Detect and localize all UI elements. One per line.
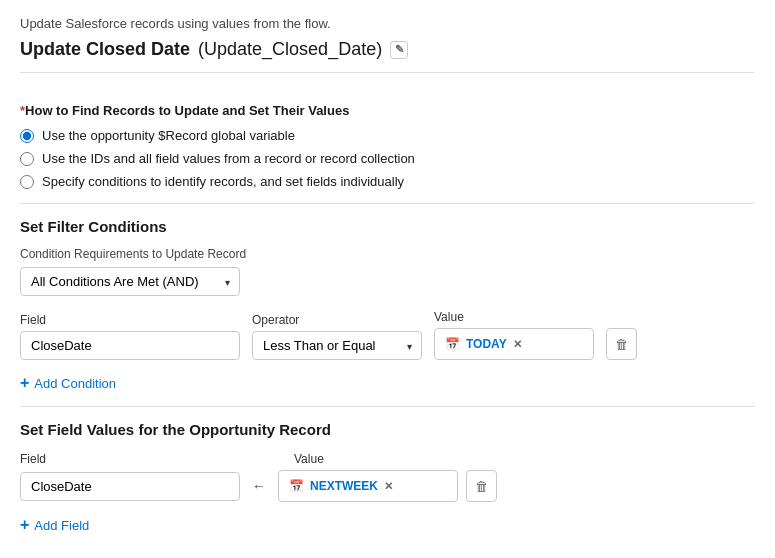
tag-close-icon[interactable]: ✕ xyxy=(513,338,522,351)
set-value-field[interactable]: 📅 NEXTWEEK ✕ xyxy=(278,470,458,502)
operator-label: Operator xyxy=(252,313,422,327)
set-trash-icon: 🗑 xyxy=(475,479,488,494)
delete-condition-button[interactable]: 🗑 xyxy=(606,328,637,360)
condition-row: Field Operator Equals Not Equal To Less … xyxy=(20,310,755,360)
field-input[interactable] xyxy=(20,331,240,360)
radio-option-1[interactable]: Use the opportunity $Record global varia… xyxy=(20,128,755,143)
today-tag: TODAY xyxy=(466,337,507,351)
radio-input-1[interactable] xyxy=(20,129,34,143)
how-to-find-section: *How to Find Records to Update and Set T… xyxy=(20,89,755,204)
plus-icon: + xyxy=(20,374,29,392)
operator-column: Operator Equals Not Equal To Less Than L… xyxy=(252,313,422,360)
radio-group: Use the opportunity $Record global varia… xyxy=(20,128,755,189)
filter-section: Set Filter Conditions Condition Requirem… xyxy=(20,204,755,407)
radio-input-2[interactable] xyxy=(20,152,34,166)
radio-input-3[interactable] xyxy=(20,175,34,189)
radio-option-2[interactable]: Use the IDs and all field values from a … xyxy=(20,151,755,166)
add-field-button[interactable]: + Add Field xyxy=(20,516,89,534)
add-condition-label: Add Condition xyxy=(34,376,116,391)
set-field-title: Set Field Values for the Opportunity Rec… xyxy=(20,421,755,438)
condition-requirements-label: Condition Requirements to Update Record xyxy=(20,247,755,261)
edit-icon[interactable]: ✎ xyxy=(390,41,408,59)
page-title: Update Closed Date (Update_Closed_Date) … xyxy=(20,39,755,73)
value-label: Value xyxy=(434,310,594,324)
set-field-col-labels: Field Value xyxy=(20,452,755,466)
delete-field-button[interactable]: 🗑 xyxy=(466,470,497,502)
title-api-name: (Update_Closed_Date) xyxy=(198,39,382,60)
set-calendar-icon: 📅 xyxy=(289,479,304,493)
value-column: Value 📅 TODAY ✕ xyxy=(434,310,594,360)
condition-select[interactable]: All Conditions Are Met (AND) Any Conditi… xyxy=(20,267,240,296)
calendar-icon: 📅 xyxy=(445,337,460,351)
radio-option-3[interactable]: Specify conditions to identify records, … xyxy=(20,174,755,189)
nextweek-tag: NEXTWEEK xyxy=(310,479,378,493)
field-label: Field xyxy=(20,313,240,327)
set-tag-close-icon[interactable]: ✕ xyxy=(384,480,393,493)
arrow-right-icon: ← xyxy=(248,478,270,494)
operator-select[interactable]: Equals Not Equal To Less Than Less Than … xyxy=(252,331,422,360)
set-field-section: Set Field Values for the Opportunity Rec… xyxy=(20,407,755,548)
operator-select-wrapper: Equals Not Equal To Less Than Less Than … xyxy=(252,331,422,360)
set-field-input[interactable] xyxy=(20,472,240,501)
set-field-row: ← 📅 NEXTWEEK ✕ 🗑 xyxy=(20,470,755,502)
value-field[interactable]: 📅 TODAY ✕ xyxy=(434,328,594,360)
filter-title: Set Filter Conditions xyxy=(20,218,755,235)
title-name: Update Closed Date xyxy=(20,39,190,60)
add-field-label: Add Field xyxy=(34,518,89,533)
condition-select-wrapper: All Conditions Are Met (AND) Any Conditi… xyxy=(20,267,240,296)
add-condition-button[interactable]: + Add Condition xyxy=(20,374,116,392)
how-to-find-label: *How to Find Records to Update and Set T… xyxy=(20,103,755,118)
add-field-plus-icon: + xyxy=(20,516,29,534)
set-field-label: Field xyxy=(20,452,240,466)
field-column: Field xyxy=(20,313,240,360)
subtitle: Update Salesforce records using values f… xyxy=(20,16,755,31)
set-value-label: Value xyxy=(294,452,324,466)
trash-icon: 🗑 xyxy=(615,337,628,352)
